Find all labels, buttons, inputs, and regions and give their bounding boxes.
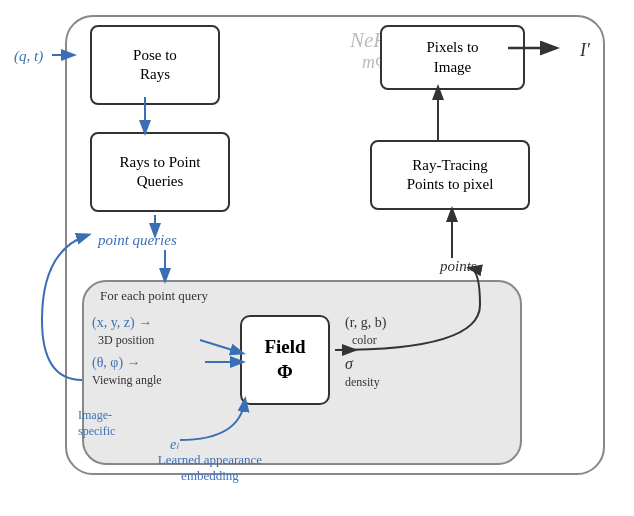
image-specific-label: Image- specific <box>78 408 115 439</box>
points-label: points <box>440 258 477 275</box>
for-each-label: For each point query <box>100 288 208 304</box>
density-label: density <box>345 375 380 390</box>
output-label: I′ <box>580 40 590 61</box>
pose-rays-block: Pose to Rays <box>90 25 220 105</box>
color-label: color <box>352 333 377 348</box>
rgb-label: (r, g, b) <box>345 315 386 331</box>
theta-label: (θ, φ) → <box>92 355 141 371</box>
diagram: NeRF mΦ Pose to Rays Rays to Point Queri… <box>10 10 620 500</box>
ray-tracing-block: Ray-Tracing Points to pixel <box>370 140 530 210</box>
point-queries-label: point queries <box>98 232 177 249</box>
embedding-var-label: eᵢ <box>170 436 179 453</box>
pixels-image-block: Pixels to Image <box>380 25 525 90</box>
input-label: (q, t) <box>14 48 43 65</box>
pos3d-label: 3D position <box>98 333 154 348</box>
rays-point-block: Rays to Point Queries <box>90 132 230 212</box>
sigma-label: σ <box>345 355 353 373</box>
field-phi-block: Field Φ <box>240 315 330 405</box>
viewing-label: Viewing angle <box>92 373 162 388</box>
learned-embedding-label: Learned appearance embedding <box>110 452 310 484</box>
xyz-label: (x, y, z) → <box>92 315 152 331</box>
